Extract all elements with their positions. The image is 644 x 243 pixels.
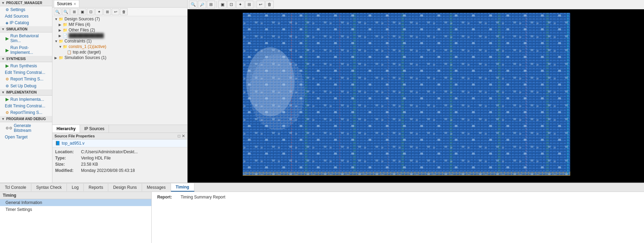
tree-row[interactable]: ▶ 📁 Simulation Sources (1)	[52, 55, 187, 60]
tab-label: Hierarchy	[57, 126, 76, 131]
tree-node-label: constrs_1 (1)(active)	[69, 44, 106, 49]
sidebar-item-open-target[interactable]: Open Target	[0, 134, 52, 140]
section-project-manager[interactable]: ▼ PROJECT_MANAGER	[0, 0, 52, 6]
canvas-view[interactable]	[188, 9, 644, 183]
canvas-delete-btn[interactable]: 🗑	[265, 1, 274, 8]
canvas-btn4[interactable]: ⊞	[245, 1, 253, 8]
tab-label: Syntax Check	[36, 185, 62, 190]
tree-row[interactable]: ▼ 📁 Constraints (1)	[52, 38, 187, 44]
sidebar-item-ip-catalog[interactable]: ◈ IP Catalog	[0, 19, 52, 26]
prop-modified-row: Modified: Monday 2022/08/08 05:43:18	[54, 167, 186, 174]
sidebar-item-run-behavioral[interactable]: ▶ Run Behavioral Sim...	[0, 32, 52, 44]
expand-arrow-icon[interactable]: ▶	[59, 28, 63, 32]
toolbar-btn6[interactable]: ✦	[95, 8, 103, 15]
tree-row[interactable]: ▼ 📁 constrs_1 (1)(active)	[52, 44, 187, 49]
tab-timing[interactable]: Timing	[171, 183, 194, 192]
canvas-btn1[interactable]: ▣	[218, 1, 227, 8]
toolbar-zoom-in-btn[interactable]: 🔍	[54, 8, 61, 15]
properties-panel: Source File Properties □ ✕ 📘 top_ad951.v…	[52, 133, 187, 183]
tree-node-label: Simulation Sources (1)	[64, 55, 106, 60]
sidebar-item-report-timing-impl[interactable]: ⚙ ReportTiming S...	[0, 109, 52, 116]
sidebar-item-label: Open Target	[5, 135, 28, 139]
toolbar-fit-btn[interactable]: ⊞	[70, 8, 78, 15]
timing-item-label: Timer Settings	[6, 207, 32, 212]
canvas-fit-btn[interactable]: ⊞	[207, 1, 215, 8]
tree-node-label: Other Files (2)	[69, 28, 95, 32]
tab-tcl-console[interactable]: Tcl Console	[0, 184, 31, 191]
toolbar-undo-btn[interactable]: ↩	[112, 8, 119, 15]
expand-arrow-icon[interactable]: ▼	[59, 45, 63, 49]
section-synthesis[interactable]: ▼ SYNTHESIS	[0, 56, 52, 62]
tab-design-runs[interactable]: Design Runs	[108, 184, 142, 191]
expand-arrow-icon[interactable]: ▶	[59, 23, 63, 27]
toolbar-zoom-out-btn[interactable]: 🔍	[62, 8, 70, 15]
toolbar-btn7[interactable]: ⊞	[103, 8, 111, 15]
tab-log[interactable]: Log	[67, 184, 84, 191]
timing-section-label: Timing	[3, 193, 16, 198]
expand-arrow-icon[interactable]: ▼	[54, 39, 59, 43]
expand-arrow-icon[interactable]: ▶	[59, 34, 63, 38]
section-arrow: ▼	[1, 57, 5, 61]
sidebar-item-run-implementation[interactable]: ▶ Run Implementa...	[0, 96, 52, 103]
sidebar-item-label: Set Up Debug	[10, 84, 36, 88]
section-implementation[interactable]: ▼ IMPLEMENTATION	[0, 89, 52, 96]
timing-list-item[interactable]: General Information	[0, 199, 151, 206]
prop-location-value: C:/Users/Administrator/Deskt...	[81, 149, 184, 154]
bottom-left-panel: Timing General Information Timer Setting…	[0, 192, 152, 243]
sidebar-item-generate-bitstream[interactable]: ⚙⚙ Generate Bitstream	[0, 122, 52, 134]
sidebar-item-settings[interactable]: ⚙ Settings	[0, 6, 52, 13]
canvas-btn3[interactable]: ✦	[236, 1, 244, 8]
orange-gear-icon: ⚙	[6, 77, 9, 81]
svg-point-24	[246, 47, 294, 116]
sidebar-item-add-sources[interactable]: Add Sources	[0, 13, 52, 19]
sidebar-item-label: Run Synthesis	[10, 64, 37, 68]
folder-icon: 📁	[63, 45, 68, 49]
toolbar-btn5[interactable]: ⊡	[87, 8, 94, 15]
sources-tab-close-icon[interactable]: ✕	[73, 2, 76, 6]
tab-label: IP Sources	[84, 126, 104, 131]
sidebar-item-run-post[interactable]: ▶ Run Post-Implement...	[0, 44, 52, 56]
tree-row[interactable]: ▶ 📁 Mif Files (4)	[52, 22, 187, 27]
properties-close-btn[interactable]: ✕	[182, 134, 185, 138]
section-label: PROGRAM AND DEBUG	[6, 117, 46, 121]
sources-tab[interactable]: Sources ✕	[54, 0, 79, 7]
canvas-undo-btn[interactable]: ↩	[256, 1, 265, 8]
canvas-zoom-out-btn[interactable]: 🔎	[198, 1, 206, 8]
tree-row[interactable]: ▼ 📁 Design Sources (7)	[52, 16, 187, 22]
sidebar-item-edit-timing-impl[interactable]: Edit Timing Constrai...	[0, 103, 52, 109]
tab-messages[interactable]: Messages	[142, 184, 171, 191]
sidebar-item-set-up-debug[interactable]: ⚙ Set Up Debug	[0, 82, 52, 89]
expand-arrow-icon[interactable]: ▶	[54, 56, 59, 60]
canvas-separator	[217, 1, 217, 8]
folder-icon: 📁	[63, 28, 68, 32]
sidebar-item-run-synthesis[interactable]: ▶ Run Synthesis	[0, 62, 52, 69]
toolbar-delete-btn[interactable]: 🗑	[120, 8, 128, 15]
sources-nav-tab-hierarchy[interactable]: Hierarchy	[52, 125, 80, 133]
tab-label: Log	[72, 185, 79, 190]
tab-reports[interactable]: Reports	[84, 184, 108, 191]
section-arrow: ▼	[1, 1, 5, 5]
tree-row[interactable]: ▶ 📁 Other Files (2)	[52, 27, 187, 33]
toolbar-btn4[interactable]: ▣	[79, 8, 86, 15]
sidebar-item-report-timing-s[interactable]: ⚙ Report Timing S...	[0, 76, 52, 82]
canvas-btn2[interactable]: ⊡	[227, 1, 235, 8]
tab-label: Timing	[176, 185, 189, 189]
tree-row[interactable]: ▶ 📄 ████████████	[52, 33, 187, 38]
expand-arrow-icon[interactable]: ▼	[54, 17, 59, 21]
run-icon: ▶	[6, 48, 9, 53]
section-program-debug[interactable]: ▼ PROGRAM AND DEBUG	[0, 116, 52, 122]
sources-nav-tab-ip-sources[interactable]: IP Sources	[80, 125, 109, 133]
timing-list-item[interactable]: Timer Settings	[0, 206, 151, 213]
tree-row[interactable]: 📋 top.edc (target)	[52, 49, 187, 55]
section-simulation[interactable]: ▼ SIMULATION	[0, 26, 52, 32]
prop-size-row: Size: 23.58 KB	[54, 161, 186, 167]
folder-icon: 📁	[63, 22, 68, 27]
chip-visualization	[188, 9, 644, 183]
sidebar-item-label: Settings	[10, 7, 25, 12]
tab-syntax-check[interactable]: Syntax Check	[31, 184, 67, 191]
properties-maximize-btn[interactable]: □	[178, 134, 180, 138]
prop-type-value: Verilog HDL File	[81, 156, 184, 161]
tree-node-label: Constraints (1)	[64, 39, 92, 43]
canvas-zoom-in-btn[interactable]: 🔍	[189, 1, 197, 8]
sidebar-item-edit-timing-synth[interactable]: Edit Timing Constrai...	[0, 69, 52, 76]
